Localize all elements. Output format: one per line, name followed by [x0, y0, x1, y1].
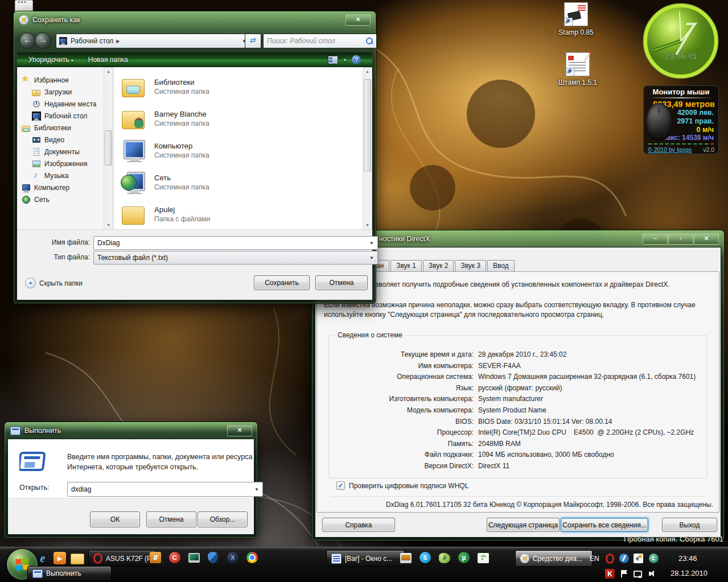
- tab[interactable]: Звук 2: [423, 260, 454, 271]
- save-dialog-titlebar[interactable]: ✕ Сохранить как: [14, 11, 376, 28]
- scroll-down-icon[interactable]: ▼: [363, 221, 372, 229]
- tray-volume-icon[interactable]: [648, 569, 657, 579]
- file-name-input[interactable]: DxDiag▼: [93, 236, 378, 250]
- file-list-scrollbar[interactable]: ▲ ▼: [363, 67, 372, 230]
- tab[interactable]: Звук 3: [455, 260, 486, 271]
- ok-button[interactable]: ОК: [90, 511, 140, 527]
- sidebar-item[interactable]: Недавние места: [22, 98, 104, 110]
- taskbar-button-asus[interactable]: ASUS K72F (Pe...: [88, 550, 155, 567]
- scroll-up-icon[interactable]: ▲: [104, 68, 113, 76]
- tray-volume-mixer-icon[interactable]: [634, 554, 643, 563]
- download-manager-icon[interactable]: ⇵: [150, 552, 161, 563]
- sidebar-item[interactable]: Сеть: [22, 193, 104, 205]
- file-type-select[interactable]: Текстовый файл (*.txt)▼: [93, 251, 378, 265]
- navigation-pane: Избранное Загрузки Недавние места: [17, 67, 104, 228]
- run-icon: [10, 427, 20, 435]
- file-list-item[interactable]: Apulej Папка с файлами: [114, 198, 363, 230]
- gadget-copyright-link[interactable]: © 2010 by Igogo: [648, 146, 692, 153]
- next-page-button[interactable]: Следующая страница: [487, 518, 560, 532]
- mouse-monitor-gadget[interactable]: Монитор мыши 9033,49 метров 42009 лев. 2…: [643, 85, 719, 154]
- run-dialog-titlebar[interactable]: Выполнить: [5, 422, 257, 439]
- file-list-item[interactable]: Barney Blanche Системная папка: [114, 102, 363, 134]
- cancel-button[interactable]: Отмена: [146, 511, 196, 527]
- sidebar-item[interactable]: Музыка: [22, 170, 104, 181]
- address-bar[interactable]: Рабочий стол ▶ ▼: [56, 34, 249, 48]
- language-indicator[interactable]: EN: [590, 555, 599, 563]
- breadcrumb-arrow-icon[interactable]: ▶: [116, 39, 120, 44]
- tray-opera-icon[interactable]: [606, 554, 614, 564]
- file-item-type: Системная папка: [154, 151, 209, 160]
- sidebar-item[interactable]: Видео: [22, 134, 104, 146]
- sidebar-item[interactable]: Изображения: [22, 158, 104, 170]
- maximize-button[interactable]: [668, 233, 693, 245]
- sidebar-item[interactable]: Библиотеки: [22, 122, 104, 134]
- file-item-type: Папка с файлами: [154, 214, 211, 224]
- taskbar-date[interactable]: 28.12.2010: [671, 569, 708, 577]
- forward-button[interactable]: [35, 32, 51, 49]
- remote-desktop-icon[interactable]: [400, 553, 412, 563]
- media-player-icon[interactable]: ▶: [54, 552, 66, 564]
- antivirus-shield-icon[interactable]: [208, 552, 218, 563]
- taskbar-button-dxdiag[interactable]: ✕ Средство диа...: [515, 550, 593, 567]
- close-button[interactable]: [227, 425, 252, 436]
- help-button[interactable]: Справка: [322, 518, 395, 532]
- sidebar-scrollbar[interactable]: ▲ ▼: [104, 67, 113, 230]
- desktop-icon-stamp[interactable]: Stamp 0.85: [548, 2, 604, 36]
- internet-explorer-icon[interactable]: e: [36, 552, 49, 564]
- row-value: Windows 7 Домашняя расширенная 32-разряд…: [474, 372, 696, 383]
- window-title: Сохранить как: [32, 16, 80, 24]
- hide-folders-button[interactable]: Скрыть папки: [25, 278, 83, 288]
- sidebar-item[interactable]: Документы: [22, 146, 104, 158]
- tray-action-center-icon[interactable]: [619, 569, 629, 579]
- tray-updater-icon[interactable]: [649, 554, 659, 563]
- directx-icon[interactable]: X: [227, 552, 238, 563]
- desktop-icon-shtamp[interactable]: Штамп 1.5.1: [549, 52, 606, 86]
- explorer-icon[interactable]: [71, 554, 84, 564]
- row-label: Текущие время и дата:: [332, 349, 474, 361]
- file-list-item[interactable]: Компьютер Системная папка: [114, 134, 363, 166]
- refresh-button[interactable]: [245, 34, 261, 48]
- close-button[interactable]: [346, 14, 371, 26]
- sidebar-item[interactable]: Компьютер: [22, 181, 104, 193]
- exit-button[interactable]: Выход: [662, 518, 717, 532]
- partial-desktop-icon[interactable]: [15, 0, 33, 13]
- display-utility-icon[interactable]: [188, 553, 200, 563]
- browse-button[interactable]: Обзор...: [198, 511, 248, 527]
- chrome-icon[interactable]: [246, 552, 258, 563]
- tab[interactable]: Звук 1: [390, 260, 422, 271]
- money-app-icon[interactable]: ₽: [439, 553, 450, 563]
- views-icon[interactable]: [328, 56, 338, 64]
- scroll-down-icon[interactable]: ▼: [104, 221, 113, 229]
- tray-kaspersky-icon[interactable]: K: [605, 569, 615, 579]
- utorrent-icon[interactable]: µ: [458, 552, 470, 563]
- file-list-item[interactable]: Сеть Системная папка: [114, 166, 363, 198]
- tray-network-icon[interactable]: [632, 569, 642, 579]
- file-list-item[interactable]: Библиотеки Системная папка: [114, 71, 363, 102]
- tab[interactable]: Ввод: [487, 260, 515, 271]
- sidebar-item[interactable]: Загрузки: [22, 86, 104, 98]
- open-input[interactable]: dxdiag▼: [67, 482, 263, 497]
- help-icon[interactable]: [352, 55, 361, 64]
- skype-icon[interactable]: S: [419, 552, 431, 563]
- back-button[interactable]: [19, 32, 36, 49]
- minimize-button[interactable]: [643, 233, 668, 245]
- wifi-utility-icon[interactable]: [478, 553, 489, 563]
- cancel-button[interactable]: Отмена: [315, 275, 368, 290]
- taskbar-button-bar[interactable]: [Bar] - Окно с...: [326, 550, 405, 567]
- views-dropdown-icon[interactable]: ▾: [344, 57, 346, 63]
- sidebar-item[interactable]: Рабочий стол: [22, 110, 104, 122]
- taskbar-button-run[interactable]: Выполнить: [27, 566, 112, 581]
- sidebar-item[interactable]: Избранное: [22, 74, 104, 86]
- whql-checkbox[interactable]: [336, 481, 345, 490]
- close-button[interactable]: [694, 233, 719, 245]
- organize-button[interactable]: Упорядочить ▾: [28, 56, 73, 64]
- scroll-up-icon[interactable]: ▲: [363, 68, 372, 76]
- clock-gadget[interactable]: 23:46:49: [642, 2, 719, 80]
- save-button[interactable]: Сохранить: [254, 275, 310, 290]
- tray-messenger-icon[interactable]: [619, 554, 629, 563]
- new-folder-button[interactable]: Новая папка: [88, 56, 128, 64]
- search-box[interactable]: Поиск: Рабочий стол: [263, 34, 377, 48]
- taskbar-clock[interactable]: 23:46: [678, 554, 697, 563]
- ccleaner-icon[interactable]: C: [169, 552, 180, 563]
- save-all-info-button[interactable]: Сохранить все сведения...: [561, 518, 648, 532]
